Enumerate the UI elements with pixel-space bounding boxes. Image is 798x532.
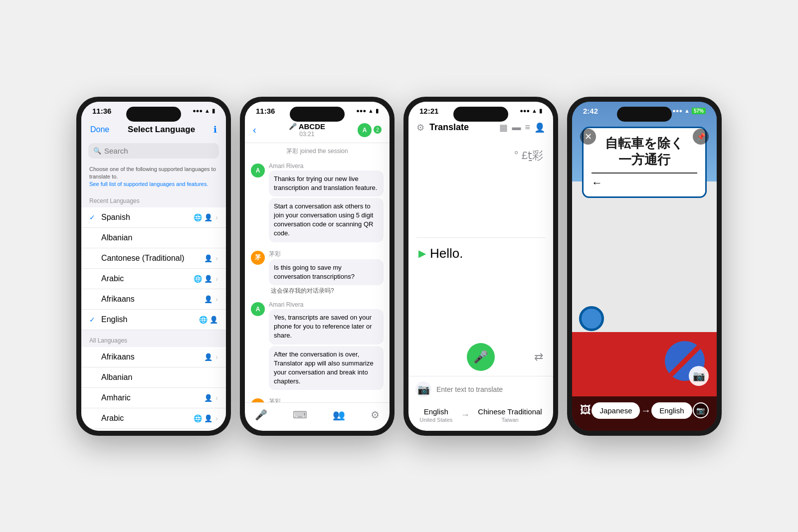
search-bar[interactable]: 🔍 (88, 143, 219, 159)
mic-area: 🎤 ⇄ (408, 338, 553, 376)
msg-sender-2: 茅 茅彩 Is this going to save my conversati… (251, 250, 384, 295)
translate-main: ° £ṯ彩 ▶ Hello. 🎤 ⇄ 📷 (408, 138, 553, 431)
time-3: 12:21 (419, 107, 438, 115)
lang-icons-english: 🌐 👤 (199, 316, 218, 324)
avatar-maocai-1: 茅 (251, 251, 265, 265)
back-button[interactable]: ‹ (253, 124, 256, 136)
source-lang-button[interactable]: English United States (419, 407, 452, 423)
msg-bubble-5: After the conversation is over, Translat… (269, 346, 384, 390)
flip-icon[interactable]: ⇄ (534, 351, 543, 363)
recent-spanish[interactable]: ✓ Spanish 🌐 👤 › (81, 207, 226, 228)
chevron-arabic: › (215, 275, 218, 283)
time-1: 11:36 (92, 107, 111, 115)
dynamic-island-3 (453, 107, 508, 122)
grid-icon[interactable]: ▦ (499, 122, 508, 133)
battery-icon-4: 57% (692, 108, 706, 114)
gear-icon[interactable]: ⚙ (416, 122, 424, 133)
status-icons-2: ●●● ▲ ▮ (356, 108, 379, 114)
source-lang-pill[interactable]: Japanese (592, 402, 640, 419)
helper-link[interactable]: See full list of supported languages and… (89, 181, 208, 187)
status-icons-3: ●●● ▲ ▮ (520, 108, 542, 114)
msg-group-2: 茅 茅彩 Is this going to save my conversati… (251, 250, 384, 295)
camera-small-button[interactable]: 📷 (415, 381, 431, 397)
lang-name-cantonese: Cantonese (Traditional) (101, 254, 204, 263)
phone-1-screen: 11:36 ●●● ▲ ▮ Done Select Language ℹ 🔍 (81, 102, 226, 431)
card-icon[interactable]: ▬ (512, 122, 521, 133)
all-section-header: All Languages (81, 330, 226, 347)
target-lang-name: Chinese Traditional (478, 407, 542, 416)
camera-capture-area: 📷 (689, 366, 709, 386)
recent-arabic[interactable]: Arabic 🌐 👤 › (81, 269, 226, 289)
list-icon[interactable]: ≡ (525, 122, 530, 133)
avatar-amari-1: A (251, 164, 265, 177)
target-lang-region: Taiwan (501, 417, 518, 423)
person-icon[interactable]: 👤 (534, 122, 545, 133)
recent-albanian[interactable]: Albanian (81, 228, 226, 248)
recent-section-header: Recent Languages (81, 190, 226, 207)
phone-2-screen: 11:36 ●●● ▲ ▮ ‹ 🎤 ABCDE 03:21 A (245, 102, 390, 431)
search-icon: 🔍 (93, 147, 101, 155)
recent-english[interactable]: ✓ English 🌐 👤 (81, 310, 226, 330)
recent-cantonese[interactable]: Cantonese (Traditional) 👤 › (81, 248, 226, 269)
all-arabic[interactable]: Arabic 🌐 👤 › (81, 408, 226, 429)
translate-cjk-text: ° £ṯ彩 (514, 148, 543, 163)
dynamic-island-2 (290, 107, 345, 122)
screenshots-container: 11:36 ●●● ▲ ▮ Done Select Language ℹ 🔍 (56, 77, 742, 456)
lang-icons-spanish: 🌐 👤 (194, 213, 212, 221)
lang-arrow-button[interactable]: → (461, 410, 470, 420)
all-armenian[interactable]: Armenian (81, 429, 226, 431)
search-input[interactable] (104, 147, 214, 155)
phone-1: 11:36 ●●● ▲ ▮ Done Select Language ℹ 🔍 (76, 97, 231, 436)
lang-name-arabic: Arabic (101, 274, 194, 283)
camera-capture-button[interactable]: 📷 (689, 366, 709, 386)
all-afrikaans[interactable]: Afrikaans 👤 › (81, 347, 226, 367)
camera-bottom-bar: 🖼 Japanese → English 📷 (572, 396, 717, 431)
msg-group-3: A Amari Rivera Yes, transcripts are save… (251, 301, 384, 391)
mic-button[interactable]: 🎤 (467, 343, 495, 371)
target-lang-pill[interactable]: English (651, 402, 692, 419)
gear-footer-icon[interactable]: ⚙ (371, 409, 380, 421)
all-albanian[interactable]: Albanian (81, 367, 226, 388)
close-button[interactable]: ✕ (580, 129, 596, 145)
joined-message: 茅彩 joined the session (245, 143, 390, 159)
recent-afrikaans[interactable]: Afrikaans 👤 › (81, 289, 226, 310)
signal-icon-1: ●●● (193, 108, 202, 114)
dynamic-island-1 (126, 107, 181, 122)
camera-snap-button[interactable]: 📷 (693, 402, 709, 418)
status-icons-4: ●●● ▲ 57% (672, 108, 706, 114)
pin-button[interactable]: 📌 (693, 129, 709, 145)
chevron-afrikaans-a: › (215, 353, 218, 361)
msg-content-3: Amari Rivera Yes, transcripts are saved … (269, 301, 384, 391)
msg-content-4: 茅彩 Great, I'm going to use this when I a… (269, 397, 384, 402)
conv-avatar: A (358, 123, 372, 137)
photo-library-icon[interactable]: 🖼 (580, 404, 591, 417)
conv-title-area: 🎤 ABCDE 03:21 (289, 122, 325, 138)
time-4: 2:42 (583, 107, 598, 115)
lang-list-scroll[interactable]: Recent Languages ✓ Spanish 🌐 👤 › Albania… (81, 190, 226, 431)
msg-name-1: Amari Rivera (269, 163, 384, 170)
chevron-arabic-a: › (215, 414, 218, 422)
target-lang-button[interactable]: Chinese Traditional Taiwan (478, 407, 542, 423)
msg-translation-1: 这会保存我的对话录吗? (269, 287, 384, 295)
lang-name-english: English (101, 315, 199, 324)
keyboard-footer-icon[interactable]: ⌨ (293, 409, 307, 421)
people-footer-icon[interactable]: 👥 (333, 409, 345, 421)
check-icon-spanish: ✓ (89, 213, 97, 221)
msg-bubble-3: Is this going to save my conversation tr… (269, 259, 384, 285)
phone-3-screen: 12:21 ●●● ▲ ▮ ⚙ Translate ▦ ▬ ≡ 👤 (408, 102, 553, 431)
conv-scroll[interactable]: A Amari Rivera Thanks for trying our new… (245, 159, 390, 402)
chevron-spanish: › (215, 213, 218, 221)
phone-4-screen: 自転車を除く 一方通行 ← (572, 102, 717, 431)
translate-title: Translate (429, 122, 469, 133)
lang-name-spanish: Spanish (101, 213, 194, 222)
camera-top-bar: ✕ 📌 (572, 124, 717, 150)
info-icon[interactable]: ℹ (213, 124, 217, 135)
translate-text-input[interactable] (436, 385, 546, 393)
play-button[interactable]: ▶ (418, 247, 426, 259)
done-button[interactable]: Done (90, 125, 109, 134)
mic-footer-icon[interactable]: 🎤 (255, 409, 267, 421)
phone-3: 12:21 ●●● ▲ ▮ ⚙ Translate ▦ ▬ ≡ 👤 (403, 97, 558, 436)
conv-title-name: ABCDE (299, 122, 325, 131)
chevron-amharic: › (215, 394, 218, 402)
all-amharic[interactable]: Amharic 👤 › (81, 388, 226, 408)
